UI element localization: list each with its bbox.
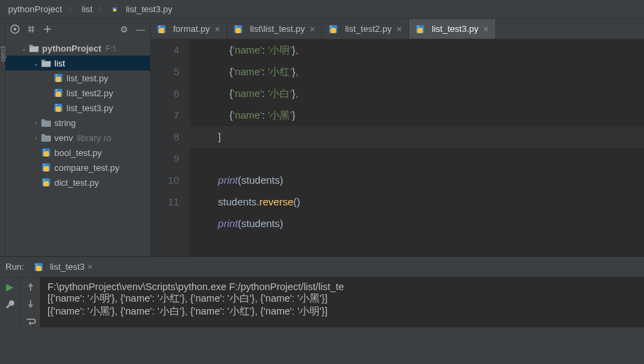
python-file-icon: [53, 102, 64, 113]
python-file-icon: [53, 87, 64, 98]
editor-area: format.py×list\list_test.py×list_test2.p…: [151, 19, 644, 256]
down-arrow-icon[interactable]: [25, 299, 36, 310]
close-icon[interactable]: ×: [213, 24, 221, 34]
tree-label: compare_test.py: [54, 163, 119, 173]
python-file-icon: [41, 162, 52, 173]
tab-label: list\list_test.py: [250, 24, 305, 34]
python-file-icon: [233, 24, 244, 35]
tab-label: format.py: [173, 24, 210, 34]
editor-tabs: format.py×list\list_test.py×list_test2.p…: [151, 19, 644, 39]
tab-label: list_test2.py: [345, 24, 392, 34]
tree-label: list_test2.py: [67, 88, 113, 98]
run-title: Run:: [5, 262, 24, 272]
line-number: 11: [151, 191, 179, 213]
python-file-icon: [109, 4, 120, 15]
tree-arrow-icon[interactable]: ›: [31, 119, 41, 127]
line-number: 10: [151, 169, 179, 191]
close-icon[interactable]: ×: [308, 24, 316, 34]
line-number: 8: [151, 126, 179, 148]
tree-item-list[interactable]: ⌄list: [5, 56, 150, 70]
up-arrow-icon[interactable]: [25, 281, 36, 292]
tree-item-venv[interactable]: ›venvlibrary ro: [5, 130, 150, 145]
project-tab-label: oject: [0, 46, 7, 62]
breadcrumb-root[interactable]: pythonProject: [5, 4, 65, 14]
run-header: Run: list_test3 ×: [0, 257, 644, 277]
close-icon[interactable]: ×: [395, 24, 403, 34]
code-editor[interactable]: 4567891011 {'name': '小明'}, {'name': '小红'…: [151, 39, 644, 256]
tree-label: list: [54, 58, 65, 68]
line-number: 7: [151, 104, 179, 126]
close-icon[interactable]: ×: [88, 262, 93, 272]
editor-tab-list_test3-py[interactable]: list_test3.py×: [409, 19, 496, 39]
code-content[interactable]: {'name': '小明'}, {'name': '小红'}, {'name':…: [190, 39, 644, 256]
tree-item-list_test-py[interactable]: list_test.py: [5, 70, 150, 85]
tree-item-compare_test-py[interactable]: compare_test.py: [5, 160, 150, 175]
run-actions-primary: ▶: [0, 277, 20, 327]
tree-label: string: [54, 118, 76, 128]
tree-label: bool_test.py: [54, 148, 102, 158]
tree-label: list_test3.py: [67, 103, 113, 113]
tree-item-list_test3-py[interactable]: list_test3.py: [5, 100, 150, 115]
rerun-icon[interactable]: ▶: [5, 281, 16, 292]
run-tab[interactable]: list_test3 ×: [29, 262, 96, 272]
chevron-right-icon: 〉: [65, 3, 79, 16]
tree-label: list_test.py: [67, 73, 108, 83]
console-output[interactable]: F:\pythonProject\venv\Scripts\python.exe…: [41, 277, 644, 327]
folder-icon: [41, 58, 52, 68]
breadcrumb: pythonProject 〉 list 〉 list_test3.py: [0, 0, 644, 19]
close-icon[interactable]: ×: [482, 24, 490, 34]
editor-tab-list-list_test-py[interactable]: list\list_test.py×: [227, 19, 322, 39]
folder-icon: [29, 43, 39, 54]
tree-label: pythonProject: [42, 43, 101, 54]
python-file-icon: [415, 24, 425, 35]
gear-icon[interactable]: ⚙: [119, 24, 130, 35]
tab-label: list_test3.py: [432, 24, 478, 34]
tree-item-dict_test-py[interactable]: dict_test.py: [5, 175, 150, 190]
python-file-icon: [328, 24, 339, 35]
tree-item-bool_test-py[interactable]: bool_test.py: [5, 145, 150, 160]
console-line: [{'name': '小黑'}, {'name': '小白'}, {'name'…: [48, 306, 328, 317]
tree-item-list_test2-py[interactable]: list_test2.py: [5, 85, 150, 100]
tree-arrow-icon[interactable]: ⌄: [31, 60, 41, 67]
python-file-icon: [53, 73, 64, 83]
line-gutter: 4567891011: [151, 39, 190, 256]
run-tool-window: Run: list_test3 × ▶ F:\pythonProject\ven…: [0, 256, 644, 327]
folder-icon: [41, 117, 52, 128]
project-tree[interactable]: ⌄pythonProjectF:\⌄listlist_test.pylist_t…: [5, 39, 150, 256]
tree-item-pythonProject[interactable]: ⌄pythonProjectF:\: [5, 41, 150, 56]
editor-tab-format-py[interactable]: format.py×: [151, 19, 227, 39]
collapse-all-icon[interactable]: [42, 24, 53, 35]
left-gutter-project[interactable]: oject: [0, 19, 5, 256]
tree-meta: F:\: [105, 43, 115, 54]
select-opened-file-icon[interactable]: [10, 24, 20, 35]
soft-wrap-icon[interactable]: [25, 317, 36, 327]
python-file-icon: [41, 177, 52, 188]
hide-icon[interactable]: —: [135, 24, 146, 35]
tree-item-string[interactable]: ›string: [5, 115, 150, 130]
wrench-icon[interactable]: [5, 299, 16, 310]
line-number: 9: [151, 148, 179, 169]
project-toolbar: ⚙ —: [5, 19, 150, 39]
breadcrumb-folder[interactable]: list: [79, 4, 96, 14]
run-tab-label: list_test3: [50, 262, 84, 272]
python-file-icon: [156, 24, 167, 35]
tree-label: dict_test.py: [54, 178, 99, 188]
tree-arrow-icon[interactable]: ⌄: [19, 45, 29, 52]
python-file-icon: [41, 147, 52, 158]
folder-icon: [41, 132, 52, 143]
console-line: [{'name': '小明'}, {'name': '小红'}, {'name'…: [48, 293, 328, 304]
tree-label: venv: [54, 133, 73, 143]
line-number: 4: [151, 39, 179, 61]
project-tool-window: ⚙ — ⌄pythonProjectF:\⌄listlist_test.pyli…: [5, 19, 151, 256]
chevron-right-icon: 〉: [95, 3, 109, 16]
tree-arrow-icon[interactable]: ›: [31, 134, 41, 142]
run-actions-secondary: [20, 277, 41, 327]
line-number: 5: [151, 61, 179, 83]
breadcrumb-file[interactable]: list_test3.py: [123, 4, 175, 14]
editor-tab-list_test2-py[interactable]: list_test2.py×: [322, 19, 409, 39]
python-file-icon: [33, 262, 44, 272]
tree-meta: library ro: [77, 133, 111, 143]
console-cmd: F:\pythonProject\venv\Scripts\python.exe…: [48, 281, 344, 292]
line-number: 6: [151, 83, 179, 104]
expand-all-icon[interactable]: [26, 24, 37, 35]
